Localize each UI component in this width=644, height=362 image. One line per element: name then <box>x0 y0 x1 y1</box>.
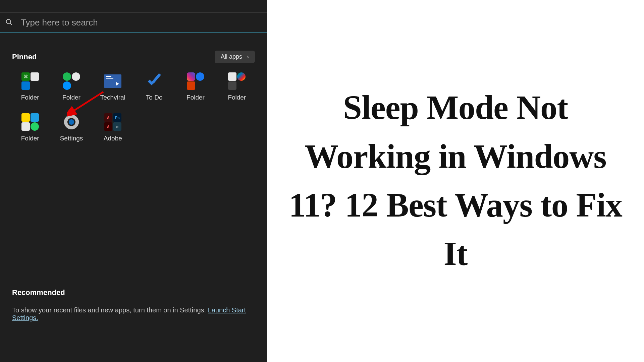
recommended-text-prefix: To show your recent files and new apps, … <box>12 306 208 314</box>
pinned-tile-folder-1[interactable]: ⌘ Folder <box>9 72 51 101</box>
tile-label: Folder <box>186 94 205 101</box>
tile-label: To Do <box>146 94 163 101</box>
techviral-icon <box>104 72 121 90</box>
svg-line-1 <box>10 23 12 25</box>
folder-icon <box>63 72 80 90</box>
search-bar[interactable] <box>0 13 267 33</box>
tile-label: Settings <box>60 135 83 142</box>
pinned-tile-folder-5[interactable]: Folder <box>9 113 51 142</box>
recommended-section: Recommended To show your recent files an… <box>0 288 267 322</box>
folder-icon <box>21 113 39 131</box>
search-input[interactable] <box>21 17 262 28</box>
chevron-right-icon: › <box>247 53 249 60</box>
pinned-header: Pinned All apps › <box>0 33 267 66</box>
tile-label: Folder <box>21 94 39 101</box>
all-apps-label: All apps <box>221 53 242 60</box>
pinned-tile-folder-4[interactable]: Folder <box>216 72 258 101</box>
settings-icon <box>63 113 80 131</box>
pinned-tile-settings[interactable]: Settings <box>51 113 92 142</box>
pinned-title: Pinned <box>12 53 37 61</box>
search-icon <box>5 18 13 27</box>
pinned-tile-todo[interactable]: To Do <box>133 72 175 101</box>
start-menu: Pinned All apps › ⌘ Folder Fol <box>0 0 267 362</box>
pinned-tile-techviral[interactable]: Techviral <box>92 72 133 101</box>
recommended-text: To show your recent files and new apps, … <box>12 306 255 322</box>
pinned-tile-adobe[interactable]: APs Ae Adobe <box>92 113 133 142</box>
folder-icon <box>228 72 246 90</box>
article-headline: Sleep Mode Not Working in Windows 11? 12… <box>277 83 634 279</box>
article-headline-panel: Sleep Mode Not Working in Windows 11? 12… <box>267 0 644 362</box>
top-divider <box>0 0 267 13</box>
all-apps-button[interactable]: All apps › <box>215 51 255 63</box>
pinned-tile-folder-3[interactable]: Folder <box>175 72 216 101</box>
recommended-title: Recommended <box>12 288 255 297</box>
tile-label: Folder <box>228 94 246 101</box>
svg-point-0 <box>6 19 11 23</box>
tile-label: Adobe <box>104 135 122 142</box>
folder-icon: ⌘ <box>21 72 39 90</box>
todo-icon <box>146 72 163 90</box>
tile-label: Folder <box>62 94 80 101</box>
tile-label: Techviral <box>100 94 125 101</box>
adobe-folder-icon: APs Ae <box>104 113 121 131</box>
pinned-tile-folder-2[interactable]: Folder <box>51 72 92 101</box>
pinned-grid: ⌘ Folder Folder Techviral <box>0 66 267 142</box>
folder-icon <box>187 72 204 90</box>
tile-label: Folder <box>21 135 39 142</box>
